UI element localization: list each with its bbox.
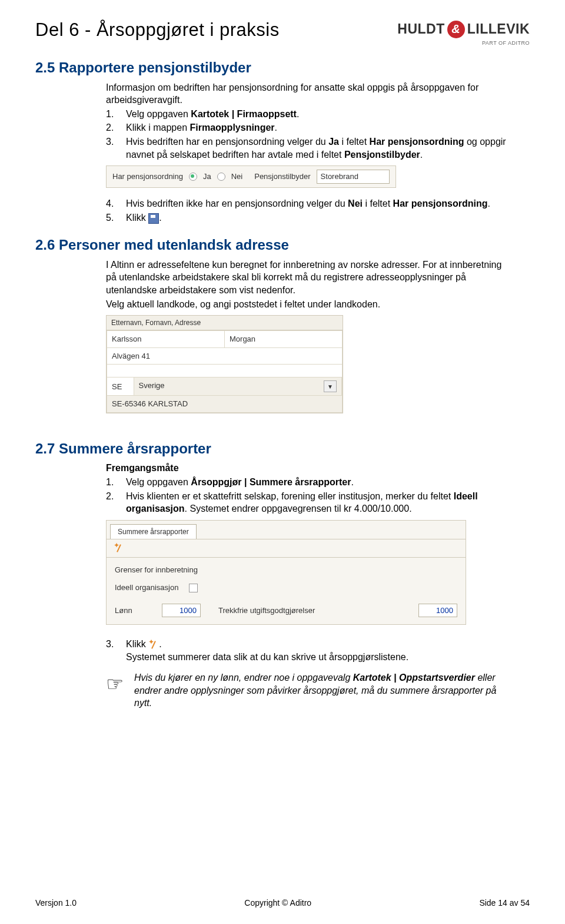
footer: Versjon 1.0 Copyright © Aditro Side 14 a… [35,897,530,909]
t: Velg oppgaven [126,477,191,487]
num: 3. [106,638,120,663]
input-adresse[interactable]: Alvägen 41 [107,347,343,365]
fig-summere: Summere årsrapporter Grenser for innbere… [106,520,466,625]
section-2-6-body: I Altinn er adressefeltene kun beregnet … [106,259,512,428]
t: i feltet [363,198,393,208]
logo: HULDT & LILLEVIK PART OF ADITRO [397,20,530,47]
tab-summere[interactable]: Summere årsrapporter [110,524,197,539]
label-pensjonstilbyder: Pensjonstilbyder [254,171,310,182]
num: 5. [106,211,120,224]
footer-right: Side 14 av 54 [479,897,530,909]
t: . [351,477,353,487]
wand-icon[interactable] [148,640,159,650]
num: 2. [106,121,120,134]
li-2-7-1: 1. Velg oppgaven Årsoppgjør | Summere år… [106,476,512,489]
t: i feltet [339,137,370,147]
toolbar [107,539,466,558]
txt: Velg oppgaven Årsoppgjør | Summere årsra… [126,476,512,489]
page: Del 6 - Årsoppgjøret i praksis HULDT & L… [0,0,565,757]
label-trekk: Trekkfrie utgiftsgodtgjørelser [218,605,401,616]
txt: Klikk . [126,211,512,224]
t: Sverige [139,381,165,390]
save-icon[interactable] [148,213,159,224]
fig2-header: Etternavn, Fornavn, Adresse [107,316,343,330]
input-pensjonstilbyder[interactable]: Storebrand [317,170,390,184]
txt: Klikk . Systemet summerer data slik at d… [126,638,512,663]
input-fornavn[interactable]: Morgan [225,331,343,348]
t: Nei [348,198,363,208]
note-box: ☞ Hvis du kjører en ny lønn, endrer noe … [106,671,512,710]
fig-address-form: Etternavn, Fornavn, Adresse Karlsson Mor… [106,315,343,413]
wand-icon[interactable] [114,543,124,554]
input-lonn[interactable]: 1000 [162,604,201,618]
t: Kartotek | Firmaoppsett [191,109,297,119]
p-2-6-b: Velg aktuell landkode, og angi poststede… [106,298,512,311]
row-ideell: Ideell organisasjon [115,582,457,593]
t: . [275,122,277,133]
footer-mid: Copyright © Aditro [244,897,311,909]
li-2-7-3: 3. Klikk . Systemet summerer data slik a… [106,638,512,663]
input-blank1[interactable] [107,365,343,377]
txt: Velg oppgaven Kartotek | Firmaoppsett. [126,108,512,121]
section-2-5-body: Informasjon om bedriften har pensjonsord… [106,81,512,224]
heading-2-7: 2.7 Summere årsrapporter [35,439,530,458]
logo-ampersand-icon: & [447,21,465,38]
readonly-land: Sverige ▼ [134,377,342,395]
label-lonn: Lønn [115,605,144,616]
li-2-5-4: 4. Hvis bedriften ikke har en pensjonsor… [106,197,512,210]
logo-text-left: HULDT [397,20,444,38]
section-2-7-body: Fremgangsmåte 1. Velg oppgaven Årsoppgjø… [106,462,512,710]
label-grenser: Grenser for innberetning [115,565,457,575]
footer-left: Versjon 1.0 [35,897,77,909]
num: 2. [106,490,120,515]
logo-subtitle: PART OF ADITRO [482,39,530,47]
chevron-down-icon[interactable]: ▼ [324,380,337,392]
li-2-5-5: 5. Klikk . [106,211,512,224]
intro-2-5: Informasjon om bedriften har pensjonsord… [106,81,512,107]
t: . [420,150,423,160]
li-2-5-3: 3. Hvis bedriften har en pensjonsordning… [106,135,512,161]
t: . [159,639,161,649]
input-etternavn[interactable]: Karlsson [107,331,225,348]
txt: Hvis bedriften har en pensjonsordning ve… [126,135,512,161]
t: Kartotek | Oppstartsverdier [353,673,475,683]
radio-nei[interactable] [217,173,225,181]
label-ideell: Ideell organisasjon [115,583,178,592]
t: . [297,109,299,119]
t: Klikk [126,639,148,649]
t: Firmaopplysninger [190,122,275,133]
li-2-7-2: 2. Hvis klienten er et skattefritt selsk… [106,490,512,515]
checkbox-ideell[interactable] [189,584,198,592]
num: 4. [106,197,120,210]
li-2-5-2: 2. Klikk i mappen Firmaopplysninger. [106,121,512,134]
label-ja: Ja [203,171,211,182]
label-nei: Nei [231,171,243,182]
t: Klikk [126,213,148,223]
num: 1. [106,108,120,121]
sub-fremgang: Fremgangsmåte [106,462,512,475]
t: Systemet summerer data slik at du kan sk… [126,652,408,662]
t: Hvis du kjører en ny lønn, endrer noe i … [134,673,353,683]
t: Har pensjonsordning [370,137,464,147]
label-har-pensjon: Har pensjonsordning [112,171,183,182]
num: 1. [106,476,120,489]
li-2-5-1: 1. Velg oppgaven Kartotek | Firmaoppsett… [106,108,512,121]
t: Hvis bedriften ikke har en pensjonsordni… [126,198,348,208]
fig3-body: Grenser for innberetning Ideell organisa… [107,558,466,624]
input-trekk[interactable]: 1000 [418,604,457,618]
num: 3. [106,135,120,161]
txt: Hvis bedriften ikke har en pensjonsordni… [126,197,512,210]
t: Klikk i mappen [126,122,190,133]
input-landkode[interactable]: SE [107,377,134,395]
txt: Hvis klienten er et skattefritt selskap,… [126,490,512,515]
radio-ja[interactable] [189,173,197,181]
header: Del 6 - Årsoppgjøret i praksis HULDT & L… [35,18,530,47]
header-title: Del 6 - Årsoppgjøret i praksis [35,18,280,42]
t: . [488,198,490,208]
t: . Systemet endrer oppgavegrensen til kr … [185,504,412,514]
readonly-poststed: SE-65346 KARLSTAD [107,396,343,413]
txt: Klikk i mappen Firmaopplysninger. [126,121,512,134]
t: Ja [328,137,339,147]
heading-2-6: 2.6 Personer med utenlandsk adresse [35,236,530,254]
t: . [159,213,161,223]
